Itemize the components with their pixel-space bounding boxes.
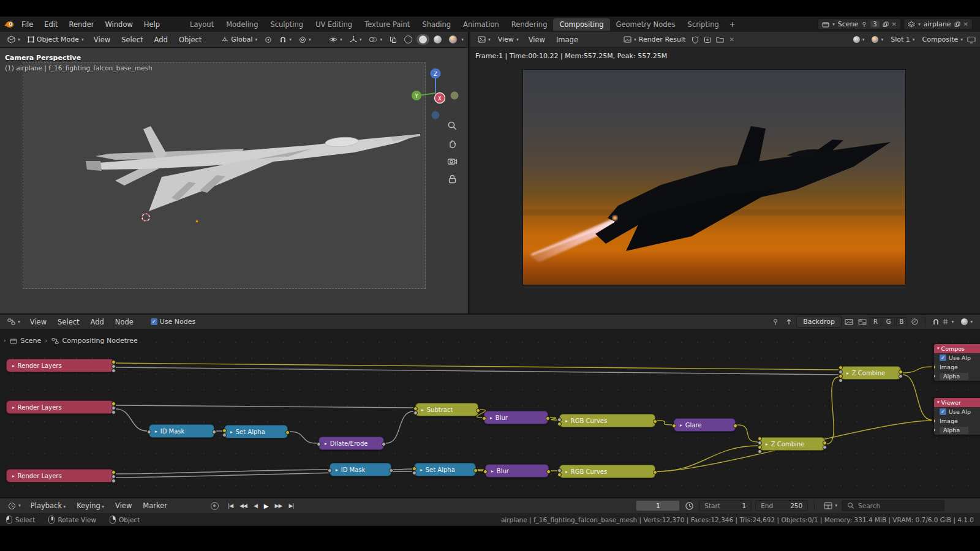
input-socket[interactable] [758, 437, 762, 441]
node-dilate-erode[interactable]: ▸Dilate/Erode [318, 437, 384, 450]
zoom-icon[interactable] [447, 121, 458, 131]
shading-material-button[interactable] [431, 34, 445, 45]
node-rgb-curves-2[interactable]: ▸RGB Curves [559, 465, 655, 478]
jump-end-button[interactable]: ▶| [285, 501, 296, 511]
node-collapse-icon[interactable]: ▸ [846, 370, 849, 376]
tab-texture-paint[interactable]: Texture Paint [358, 18, 416, 31]
node-glare[interactable]: ▸Glare [674, 418, 736, 432]
output-socket[interactable] [285, 430, 290, 435]
gizmo-z-negative[interactable] [432, 111, 440, 119]
editor-type-button[interactable]: ▾ [475, 34, 494, 45]
input-socket[interactable] [839, 374, 843, 378]
image-menu-image[interactable]: Image [551, 34, 584, 45]
clock-icon[interactable] [685, 501, 694, 511]
compositor-menu-add[interactable]: Add [85, 317, 110, 328]
output-socket[interactable] [473, 468, 478, 473]
backdrop-image-icon[interactable] [845, 318, 853, 326]
input-socket[interactable] [412, 471, 417, 475]
xray-toggle[interactable] [386, 35, 400, 45]
input-socket[interactable] [839, 365, 843, 370]
node-panel-viewer[interactable]: ▾Viewer✓Use AlpImageAlpha [933, 397, 980, 435]
input-socket[interactable] [672, 424, 676, 428]
input-socket[interactable] [933, 365, 936, 369]
input-socket[interactable] [839, 370, 843, 374]
lock-view-icon[interactable] [447, 174, 458, 184]
display-channels-dropdown[interactable]: ▾ [850, 35, 868, 44]
open-image-icon[interactable] [716, 36, 724, 43]
output-socket[interactable] [111, 364, 116, 369]
panel-row-use-alp[interactable]: ✓Use Alp [934, 353, 980, 362]
scene-users-badge[interactable]: 3 [870, 21, 879, 28]
copy-icon[interactable] [883, 21, 889, 28]
output-socket[interactable] [546, 470, 551, 474]
output-socket[interactable] [111, 470, 116, 474]
output-socket[interactable] [733, 424, 737, 428]
input-socket[interactable] [758, 445, 762, 449]
remove-view-layer-icon[interactable]: ✕ [963, 21, 968, 28]
menu-window[interactable]: Window [99, 19, 138, 30]
input-socket[interactable] [557, 468, 562, 473]
compositor-menu-view[interactable]: View [24, 317, 52, 328]
mode-dropdown[interactable]: Object Mode ▾ [24, 34, 87, 45]
overlays-dropdown[interactable]: ▾ [366, 35, 385, 44]
pin-icon[interactable] [861, 21, 867, 28]
aircraft-mesh[interactable] [23, 63, 426, 290]
checkbox-checked-icon[interactable]: ✓ [940, 354, 946, 361]
panel-row-alpha[interactable]: Alpha [934, 425, 980, 435]
node-collapse-icon[interactable]: ▸ [565, 418, 568, 424]
pin-icon[interactable] [772, 318, 779, 326]
output-socket[interactable] [546, 416, 550, 421]
input-socket[interactable] [483, 470, 488, 474]
tab-layout[interactable]: Layout [184, 18, 220, 31]
viewport-menu-object[interactable]: Object [173, 34, 207, 45]
node-collapse-icon[interactable]: ▸ [230, 429, 233, 435]
compositor-menu-node[interactable]: Node [110, 317, 139, 328]
tab-rendering[interactable]: Rendering [505, 18, 554, 31]
output-socket[interactable] [212, 430, 216, 434]
shading-wireframe-button[interactable] [401, 34, 415, 45]
view-transform-dropdown[interactable]: ▾ [869, 35, 886, 44]
node-collapse-icon[interactable]: ▸ [766, 441, 768, 447]
slot-dropdown[interactable]: Slot 1▾ [888, 34, 918, 45]
camera-view-icon[interactable] [447, 156, 458, 167]
current-frame-field[interactable]: 1 [636, 500, 680, 511]
input-socket[interactable] [933, 419, 936, 423]
panel-header[interactable]: ▾Viewer [934, 398, 980, 407]
node-subtract[interactable]: ▸Subtract [415, 403, 478, 416]
node-area[interactable]: › Scene › Compositing Nodetree ▸Render L… [0, 329, 980, 497]
node-set-alpha-1[interactable]: ▸Set Alpha [224, 425, 288, 438]
scene-selector[interactable]: ▾ Scene 3 ✕ [818, 18, 901, 30]
panel-row-image[interactable]: Image [934, 416, 980, 425]
editor-type-button[interactable]: ▾ [4, 34, 23, 45]
node-collapse-icon[interactable]: ▸ [12, 473, 15, 479]
node-render-layers-2[interactable]: ▸Render Layers [6, 400, 114, 414]
timeline-menu-playback[interactable]: Playback ▾ [25, 500, 71, 511]
breadcrumb-nodetree[interactable]: Compositing Nodetree [62, 337, 138, 345]
render-result-image[interactable] [523, 70, 905, 285]
output-socket[interactable] [111, 479, 116, 483]
output-socket[interactable] [899, 374, 903, 378]
node-id-mask-1[interactable]: ▸ID Mask [149, 424, 214, 438]
search-field[interactable] [842, 500, 944, 511]
no-alpha-icon[interactable] [911, 318, 919, 326]
search-input[interactable] [858, 502, 932, 509]
output-socket[interactable] [382, 442, 386, 446]
node-collapse-icon[interactable]: ▸ [491, 468, 494, 474]
output-socket[interactable] [653, 419, 657, 424]
node-collapse-icon[interactable]: ▸ [336, 467, 338, 473]
input-socket[interactable] [839, 378, 843, 383]
next-keyframe-button[interactable]: ▶▶ [272, 501, 285, 511]
shading-rendered-button[interactable] [446, 34, 460, 45]
view-layer-name[interactable]: airplane [924, 20, 951, 28]
node-collapse-icon[interactable]: ▸ [421, 407, 424, 413]
viewport-menu-select[interactable]: Select [116, 34, 148, 45]
proportional-edit-button[interactable]: ▾ [296, 35, 314, 45]
tab-scripting[interactable]: Scripting [682, 18, 725, 31]
pass-dropdown[interactable]: Composite▾ [919, 34, 966, 45]
node-collapse-icon[interactable]: ▸ [565, 469, 568, 474]
jump-start-button[interactable]: |◀ [225, 501, 236, 511]
node-render-layers-1[interactable]: ▸Render Layers [6, 359, 114, 372]
viewport-menu-view[interactable]: View [88, 34, 116, 45]
checkbox-checked-icon[interactable]: ✓ [940, 408, 946, 415]
viewport-canvas[interactable]: Camera Perspective (1) airplane | f_16_f… [0, 48, 468, 313]
